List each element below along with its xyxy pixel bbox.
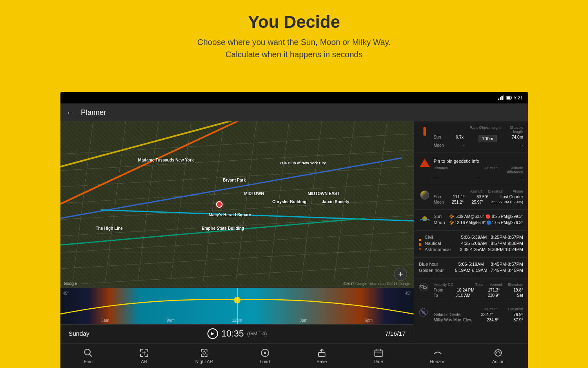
gc-row: Galactic Center 332.7° -76.9° bbox=[434, 312, 523, 317]
rise-set-icon bbox=[419, 214, 430, 223]
nautical-label: Nautical bbox=[425, 241, 457, 246]
civil-twilight-row: Civil 5:06-5:39AM 8:25PM-8:57PM bbox=[425, 235, 523, 240]
play-button[interactable]: ▶ bbox=[207, 328, 218, 339]
status-bar: 5:21 bbox=[60, 92, 528, 103]
back-button[interactable]: ← bbox=[66, 108, 74, 117]
geo-dist-header: Distance bbox=[434, 166, 472, 174]
battery-icon bbox=[506, 96, 512, 100]
geodetic-data: Pin to pin geodetic info Distance Azimut… bbox=[434, 157, 523, 181]
astro-evening: 9:38PM-10:24PM bbox=[488, 247, 523, 252]
golden-hour-row: Golden hour 5:19AM-6:19AM 7:45PM-8:45PM bbox=[419, 268, 523, 273]
nav-item-find[interactable]: Find bbox=[77, 347, 99, 366]
map-label-bryant: Bryant Park bbox=[223, 178, 246, 182]
nav-title: Planner bbox=[81, 108, 106, 117]
rise-set-data: Sun 🔆 5:39 AM@60.6° 🔴 8:25 PM@299.3° Moo… bbox=[434, 214, 523, 226]
timeline-area[interactable]: 45° 45° 6am 9am 12pm 3pm 6pm bbox=[60, 287, 414, 324]
sun-rise-icon: 🔆 bbox=[449, 214, 454, 219]
geodetic-section: Pin to pin geodetic info Distance Azimut… bbox=[414, 153, 528, 185]
nav-item-ar[interactable]: AR bbox=[133, 347, 155, 366]
day-label: Sunday bbox=[69, 330, 89, 337]
galactic-row: Azimuth Elevation Galactic Center 332.7°… bbox=[419, 307, 523, 323]
sun-ratio: 0.7x bbox=[456, 135, 463, 142]
nautical-evening: 8:57PM-9:38PM bbox=[491, 241, 523, 246]
zoom-button[interactable]: + bbox=[394, 268, 407, 281]
nav-item-horizon[interactable]: Horizon bbox=[423, 347, 452, 366]
vis-title: Visibility GC bbox=[434, 283, 463, 287]
svg-line-53 bbox=[499, 352, 500, 352]
vis-from-el: 19.8° bbox=[514, 288, 523, 292]
vis-to-row: To 3:10 AM 230.9° Set bbox=[434, 293, 523, 298]
shadow-length-val: 74.0m bbox=[512, 135, 523, 142]
twilight-row: Civil 5:06-5:39AM 8:25PM-8:57PM Nautical… bbox=[419, 235, 523, 253]
vis-from-label: From bbox=[434, 288, 443, 292]
geo-alt-header: Altitude difference bbox=[497, 166, 523, 174]
map-label-highline: The High Line bbox=[96, 226, 123, 231]
location-pin[interactable] bbox=[216, 201, 223, 208]
nav-item-night-ar[interactable]: Night AR bbox=[189, 347, 219, 366]
shadow-len-col-header: Shadow length bbox=[501, 126, 523, 134]
map-label-macys: Macy's Herald Square bbox=[209, 213, 251, 217]
moon-el: 25.97° bbox=[472, 200, 483, 204]
main-content: MIDTOWN MIDTOWN EAST Madame Tussauds New… bbox=[60, 121, 528, 342]
svg-point-38 bbox=[203, 352, 205, 354]
orbit-section: Azimuth Elevation Phase Sun 111.1° 53.50… bbox=[414, 185, 528, 210]
sun-az: 111.1° bbox=[453, 195, 465, 199]
nav-item-save[interactable]: Save bbox=[310, 347, 333, 366]
load-icon bbox=[261, 348, 270, 357]
sun-orbit-row: Sun 111.1° 53.50° Last Quarter bbox=[434, 195, 523, 199]
svg-point-42 bbox=[264, 352, 266, 354]
vis-from-time: 10:24 PM bbox=[457, 288, 474, 292]
svg-line-10 bbox=[60, 183, 414, 203]
milkyway-small-icon bbox=[419, 283, 428, 292]
blue-hour-label: Blue hour bbox=[419, 262, 452, 267]
nautical-bar-icon bbox=[419, 243, 421, 246]
twilight-icon bbox=[419, 235, 421, 253]
vis-to-el: Set bbox=[517, 293, 523, 298]
vis-from-row: From 10:24 PM 171.3° 19.8° bbox=[434, 288, 523, 292]
svg-rect-3 bbox=[503, 95, 504, 100]
shadow-section: Ratio Object height Shadow length Sun 0.… bbox=[414, 121, 528, 153]
geo-alt-val: — bbox=[519, 175, 523, 180]
svg-line-17 bbox=[105, 121, 126, 281]
ar-icon bbox=[140, 348, 149, 357]
mw-az: 234.8° bbox=[487, 318, 499, 322]
sun-rise-set-row: Sun 🔆 5:39 AM@60.6° 🔴 8:25 PM@299.3° bbox=[434, 214, 523, 219]
astro-morning: 3:39-4:25AM bbox=[460, 247, 486, 252]
action-icon bbox=[494, 348, 503, 357]
moon-rise-set-row: Moon 🔆 12:16 AM@86.8° 🔵 1:05 PM@276.3° bbox=[434, 220, 523, 225]
map-label-midtown-east: MIDTOWN EAST bbox=[308, 191, 340, 196]
moon-rise-set-label: Moon bbox=[434, 220, 446, 225]
map-area[interactable]: MIDTOWN MIDTOWN EAST Madame Tussauds New… bbox=[60, 121, 414, 287]
geo-dist-val: — bbox=[434, 175, 438, 180]
nav-item-load[interactable]: Load bbox=[253, 347, 276, 366]
svg-point-50 bbox=[498, 350, 499, 352]
sun-orbit-label: Sun bbox=[434, 195, 441, 199]
shadow-row: Ratio Object height Shadow length Sun 0.… bbox=[419, 126, 523, 148]
timeline-label-6am: 6am bbox=[101, 318, 109, 323]
time-display: ▶ 10:35 (GMT-4) bbox=[207, 328, 267, 339]
svg-line-16 bbox=[73, 121, 93, 281]
save-label: Save bbox=[316, 359, 327, 364]
moon-ratio: - bbox=[463, 143, 464, 148]
moon-set-val: 1:05 PM@276.3° bbox=[492, 220, 523, 225]
sun-rise-set-values: 🔆 5:39 AM@60.6° 🔴 8:25 PM@299.3° bbox=[449, 214, 523, 219]
moon-phase: at 3:27 PM (52.4%) bbox=[491, 200, 523, 204]
nav-item-action[interactable]: Action bbox=[486, 347, 511, 366]
civil-label: Civil bbox=[425, 235, 457, 240]
svg-point-51 bbox=[499, 352, 501, 353]
svg-line-25 bbox=[367, 121, 387, 281]
night-ar-icon bbox=[200, 348, 209, 357]
nav-item-date[interactable]: Date bbox=[367, 347, 390, 366]
geo-az-header: Azimuth bbox=[472, 166, 498, 174]
svg-point-30 bbox=[423, 286, 424, 288]
date-value: 7/16/17 bbox=[385, 330, 405, 337]
orbit-az-header: Azimuth bbox=[463, 189, 483, 193]
visibility-section: Visibility GC Time Azimuth Elevation Fro… bbox=[414, 278, 528, 303]
moon-rise-set-values: 🔆 12:16 AM@86.8° 🔵 1:05 PM@276.3° bbox=[449, 220, 523, 225]
vis-time-header: Time bbox=[463, 283, 483, 287]
moon-label-shadow: Moon bbox=[434, 143, 444, 148]
gc-az: 332.7° bbox=[481, 312, 493, 317]
galactic-col-headers: Azimuth Elevation bbox=[434, 307, 523, 311]
object-height-input[interactable]: 100m bbox=[479, 135, 497, 142]
svg-line-14 bbox=[60, 248, 414, 269]
